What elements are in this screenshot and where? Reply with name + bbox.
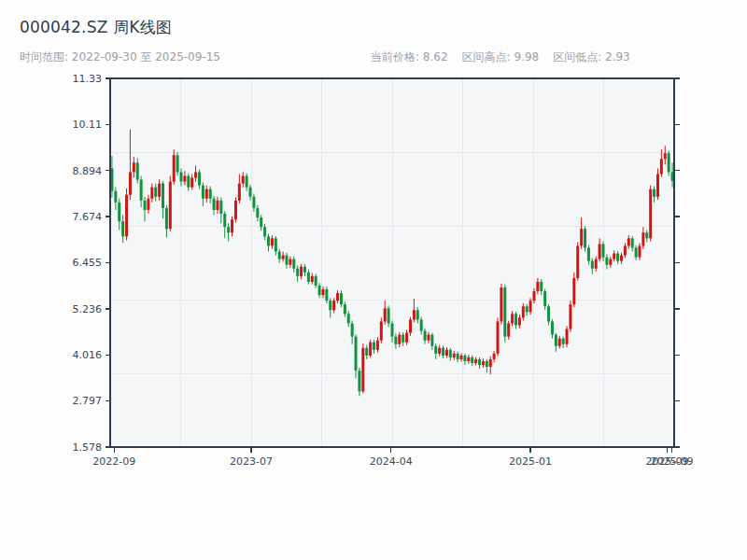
candle	[219, 201, 222, 214]
candle	[562, 339, 565, 344]
candle	[260, 217, 262, 227]
candle	[325, 289, 328, 301]
candle	[602, 244, 605, 257]
candle	[213, 199, 216, 210]
y-tick-label: 10.11	[73, 119, 103, 131]
candle	[125, 195, 128, 237]
candle	[486, 361, 488, 367]
candle	[514, 314, 517, 325]
candle	[668, 153, 670, 172]
y-tick-label: 2.797	[73, 395, 103, 407]
candle	[311, 276, 314, 282]
candle	[198, 172, 201, 185]
candle	[471, 357, 473, 363]
candle	[376, 341, 379, 350]
candle	[497, 321, 500, 353]
candle	[649, 189, 652, 239]
candle	[263, 227, 266, 236]
candle	[478, 359, 481, 365]
candle	[511, 314, 514, 323]
candle	[566, 329, 569, 344]
candle	[526, 306, 529, 312]
candle	[438, 348, 441, 354]
candle	[373, 343, 375, 350]
candle	[347, 314, 350, 323]
candle	[190, 178, 193, 188]
candle	[231, 219, 233, 232]
candle	[162, 184, 164, 208]
candle	[576, 245, 579, 277]
candle	[522, 306, 525, 317]
candle	[275, 238, 277, 251]
candle	[656, 174, 659, 196]
candle	[616, 254, 619, 261]
candle	[329, 301, 331, 310]
candle	[183, 176, 186, 182]
candle	[482, 361, 485, 365]
candle	[246, 176, 248, 188]
candle	[631, 238, 634, 247]
candle	[609, 259, 612, 265]
candle	[238, 184, 241, 201]
candle	[300, 267, 303, 276]
candle	[344, 304, 346, 314]
candle	[584, 229, 586, 247]
candle	[420, 319, 423, 330]
candle	[202, 186, 204, 199]
candle	[278, 252, 281, 259]
candle	[413, 310, 416, 319]
candle	[129, 172, 132, 194]
candle	[442, 348, 444, 356]
candle	[558, 339, 561, 346]
candle	[453, 354, 456, 357]
candle	[271, 238, 274, 245]
candle	[493, 354, 496, 359]
candle	[136, 162, 139, 179]
candle	[409, 319, 412, 332]
candle	[460, 356, 463, 359]
candle	[569, 304, 571, 329]
candle	[434, 346, 437, 354]
candle	[457, 354, 459, 359]
candle	[296, 269, 299, 276]
candle	[165, 208, 168, 229]
candle	[154, 188, 157, 197]
candle	[405, 333, 408, 343]
candle	[388, 308, 390, 323]
candle	[252, 197, 255, 208]
candle	[416, 310, 419, 319]
candle	[620, 256, 623, 261]
y-tick-label: 8.894	[73, 165, 103, 177]
candle	[365, 348, 368, 356]
candle	[194, 172, 197, 177]
candle	[543, 291, 546, 306]
candle	[292, 259, 295, 269]
candle	[209, 189, 212, 199]
candle	[227, 227, 230, 232]
candle	[467, 357, 470, 361]
x-tick-label: 2025-09	[651, 455, 694, 468]
candle	[187, 176, 190, 188]
candle	[660, 159, 663, 174]
candle	[551, 321, 554, 334]
candle	[489, 359, 492, 367]
candle	[205, 189, 208, 199]
candle	[540, 282, 543, 291]
candle	[591, 261, 594, 269]
y-tick-label: 11.33	[73, 73, 103, 85]
candle	[234, 201, 237, 219]
candle	[282, 256, 285, 259]
candle	[449, 350, 452, 357]
candle	[587, 247, 590, 260]
candle	[315, 276, 317, 286]
candle	[147, 199, 149, 210]
y-tick-label: 1.578	[73, 441, 103, 454]
candle	[595, 259, 598, 269]
x-tick-label: 2025-01	[509, 455, 552, 468]
candle	[500, 287, 502, 321]
candle	[336, 293, 339, 301]
candle	[532, 291, 535, 301]
candle	[303, 267, 306, 273]
candle	[216, 201, 218, 210]
y-tick-label: 6.455	[73, 257, 103, 269]
